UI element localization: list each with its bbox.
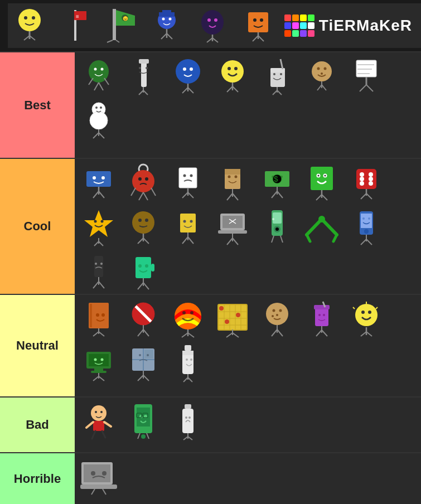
character-scissors-shape[interactable] — [77, 250, 120, 294]
svg-line-15 — [116, 40, 119, 42]
svg-point-56 — [221, 60, 244, 83]
character-red-circle-angry[interactable] — [122, 161, 165, 205]
svg-rect-126 — [311, 167, 333, 190]
svg-line-154 — [138, 238, 143, 244]
character-blue-hat[interactable] — [145, 4, 188, 47]
character-orange-book[interactable] — [77, 297, 120, 341]
character-blue-phone[interactable] — [345, 206, 388, 249]
svg-point-140 — [369, 177, 373, 181]
character-purple-cup[interactable] — [300, 297, 343, 341]
character-pliers[interactable] — [300, 206, 343, 249]
character-purple-thing[interactable] — [191, 4, 234, 47]
svg-point-241 — [276, 314, 278, 316]
svg-line-253 — [322, 330, 327, 336]
svg-line-103 — [139, 192, 143, 200]
character-baseball-bat[interactable] — [122, 55, 165, 98]
character-cookie2[interactable] — [255, 297, 299, 341]
svg-point-51 — [183, 67, 186, 71]
svg-point-232 — [219, 306, 224, 311]
character-bottle[interactable] — [166, 342, 210, 385]
svg-rect-10 — [113, 9, 116, 40]
svg-line-195 — [99, 282, 104, 288]
svg-line-101 — [131, 188, 136, 196]
svg-line-294 — [104, 422, 111, 427]
character-laptop[interactable] — [211, 206, 254, 249]
character-rainbow-ball[interactable] — [166, 297, 210, 341]
svg-point-121 — [272, 176, 274, 178]
svg-point-135 — [360, 172, 364, 177]
svg-point-20 — [168, 18, 171, 21]
svg-point-318 — [102, 471, 107, 476]
character-orange-square[interactable] — [236, 4, 280, 47]
character-blue-circle[interactable] — [166, 55, 210, 98]
character-snowman[interactable] — [77, 99, 120, 143]
character-green-square2[interactable] — [300, 161, 343, 205]
svg-line-161 — [188, 237, 193, 244]
svg-line-132 — [316, 195, 322, 200]
character-no-sign[interactable] — [122, 297, 165, 341]
svg-point-46 — [146, 67, 148, 69]
character-sign-board[interactable] — [345, 55, 388, 98]
character-dollar-bill[interactable]: $ — [255, 161, 299, 205]
svg-point-197 — [138, 264, 142, 268]
svg-point-92 — [93, 176, 96, 180]
character-brown-cup[interactable] — [211, 161, 254, 205]
character-brown-face[interactable] — [122, 206, 165, 249]
svg-point-152 — [145, 219, 148, 222]
character-green-screen[interactable] — [77, 342, 120, 385]
character-window-pane[interactable] — [122, 342, 165, 385]
svg-line-180 — [307, 235, 310, 241]
svg-point-290 — [95, 411, 97, 413]
svg-rect-77 — [356, 60, 376, 77]
character-flag-pole[interactable]: ≡ — [54, 4, 97, 47]
svg-line-48 — [139, 90, 143, 95]
character-ipod[interactable] — [255, 206, 299, 249]
logo-grid-icon — [284, 14, 314, 37]
character-green-tablet[interactable] — [122, 400, 165, 443]
svg-point-146 — [101, 220, 104, 223]
svg-line-23 — [167, 33, 172, 39]
svg-point-249 — [318, 314, 321, 316]
character-cup-straw[interactable] — [255, 55, 299, 98]
svg-point-106 — [183, 175, 186, 177]
character-yellow-smiley[interactable] — [211, 55, 254, 98]
svg-point-113 — [228, 176, 231, 178]
character-green-cup2[interactable] — [122, 250, 165, 294]
svg-rect-309 — [182, 409, 193, 433]
character-bingo-card[interactable] — [211, 297, 254, 341]
svg-line-175 — [272, 236, 274, 243]
svg-point-136 — [369, 172, 373, 177]
svg-point-265 — [94, 358, 97, 361]
svg-line-22 — [161, 33, 167, 39]
svg-line-271 — [99, 376, 104, 381]
character-white-square[interactable] — [166, 161, 210, 205]
svg-point-206 — [101, 313, 105, 317]
character-white-bottle[interactable] — [166, 400, 210, 443]
character-dice[interactable] — [345, 161, 388, 205]
character-green-flag[interactable]: 😠 — [99, 4, 143, 47]
character-yellow-square[interactable] — [166, 206, 210, 249]
svg-point-57 — [228, 67, 231, 70]
character-boy-running[interactable] — [77, 400, 120, 443]
character-lemon[interactable] — [8, 4, 51, 47]
svg-line-214 — [138, 329, 143, 336]
svg-rect-44 — [139, 59, 149, 64]
character-laptop-face[interactable] — [77, 455, 120, 499]
svg-line-209 — [99, 332, 104, 336]
character-smiley-sun[interactable] — [345, 297, 388, 341]
character-cookie[interactable] — [300, 55, 343, 98]
tier-table: ≡ 😠 — [0, 0, 421, 504]
svg-line-96 — [99, 191, 104, 198]
tier-content-horrible — [75, 453, 421, 504]
svg-point-122 — [280, 176, 283, 178]
character-star[interactable] — [77, 206, 120, 249]
svg-rect-134 — [356, 169, 376, 189]
tier-content-cool: $ — [75, 159, 421, 294]
svg-rect-163 — [222, 216, 243, 228]
tier-label-best: Best — [0, 52, 75, 158]
svg-point-186 — [368, 217, 370, 220]
character-blue-rectangle[interactable] — [77, 161, 120, 205]
svg-line-28 — [207, 38, 212, 42]
svg-point-191 — [95, 263, 97, 265]
character-leafy[interactable] — [77, 55, 120, 98]
